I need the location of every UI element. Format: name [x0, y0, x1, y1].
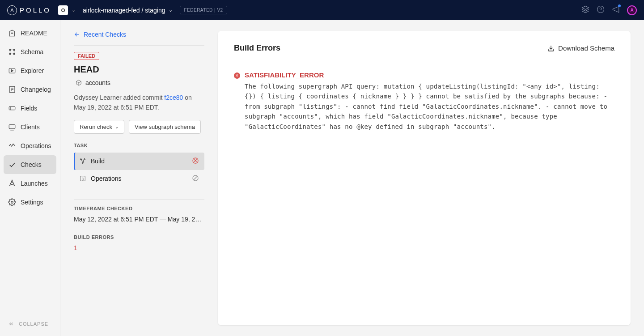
sidebar-item-label: Clients — [21, 123, 40, 131]
graph-name-text: airlock-managed-fed / staging — [83, 7, 165, 14]
timeframe-label: TIMEFRAME CHECKED — [74, 206, 204, 211]
sidebar-item-fields[interactable]: Fields — [4, 99, 56, 118]
error-type: SATISFIABILITY_ERROR — [245, 71, 614, 79]
build-errors-count: 1 — [74, 244, 204, 251]
sidebar-item-launches[interactable]: Launches — [4, 174, 56, 193]
check-detail-panel: Recent Checks FAILED HEAD accounts Odyss… — [74, 31, 204, 325]
task-status-fail-icon — [192, 157, 199, 166]
avatar[interactable]: A — [627, 5, 637, 15]
sidebar-item-label: Fields — [21, 105, 37, 112]
sidebar-item-label: Explorer — [21, 67, 44, 74]
svg-marker-8 — [12, 70, 13, 72]
svg-point-6 — [13, 53, 15, 55]
back-link-text: Recent Checks — [84, 31, 126, 38]
task-label: Operations — [91, 175, 121, 182]
svg-point-17 — [11, 201, 13, 204]
help-icon[interactable] — [597, 5, 605, 15]
task-label: Build — [91, 157, 105, 165]
svg-line-29 — [194, 176, 197, 180]
svg-point-1 — [597, 6, 604, 13]
arrow-left-icon — [74, 31, 80, 38]
view-schema-label: View subgraph schema — [135, 123, 195, 130]
task-operations[interactable]: {} Operations — [74, 170, 204, 187]
view-subgraph-schema-button[interactable]: View subgraph schema — [129, 120, 201, 134]
back-link[interactable]: Recent Checks — [74, 31, 126, 38]
sidebar-item-readme[interactable]: README — [4, 24, 56, 43]
sidebar-item-label: Launches — [21, 180, 48, 187]
sidebar-item-label: Changelog — [21, 86, 51, 93]
chevron-down-icon: ⌄ — [115, 124, 119, 129]
error-item: ✕ SATISFIABILITY_ERROR The following sup… — [234, 71, 614, 132]
announcements-icon[interactable] — [612, 5, 620, 15]
operations-icon — [8, 142, 16, 150]
sidebar-item-label: Settings — [21, 199, 43, 206]
task-section-label: TASK — [74, 143, 204, 148]
download-schema-button[interactable]: Download Schema — [547, 44, 614, 52]
commit-hash-link[interactable]: f2ce80 — [164, 94, 183, 101]
divider — [74, 45, 204, 46]
commit-description: Odyssey Learner added commit f2ce80 on M… — [74, 93, 204, 113]
chevron-down-icon: ⌄ — [72, 7, 76, 13]
check-title: HEAD — [74, 64, 204, 75]
org-selector[interactable]: O ⌄ — [58, 5, 76, 15]
divider — [74, 199, 204, 200]
logo-text: POLLO — [20, 6, 51, 14]
divider — [234, 62, 614, 62]
explorer-icon — [8, 67, 16, 75]
sidebar-item-label: Checks — [21, 161, 42, 168]
sidebar-item-checks[interactable]: Checks — [4, 155, 56, 174]
svg-point-4 — [13, 49, 15, 51]
subgraph-name: accounts — [85, 79, 110, 86]
layers-icon[interactable] — [581, 5, 589, 15]
rerun-check-button[interactable]: Rerun check ⌄ — [74, 120, 124, 134]
graph-selector[interactable]: airlock-managed-fed / staging ⌄ — [83, 7, 173, 14]
build-errors-panel: Build Errors Download Schema ✕ SATISFIAB… — [218, 31, 631, 325]
checks-icon — [8, 161, 16, 169]
sidebar-item-explorer[interactable]: Explorer — [4, 61, 56, 80]
schema-icon — [8, 48, 16, 56]
sidebar-item-changelog[interactable]: Changelog — [4, 80, 56, 99]
sidebar-item-label: Operations — [21, 142, 51, 149]
sidebar-item-settings[interactable]: Settings — [4, 193, 56, 212]
svg-rect-15 — [9, 125, 15, 129]
status-badge: FAILED — [74, 52, 99, 60]
svg-rect-7 — [9, 68, 15, 73]
clients-icon — [8, 123, 16, 131]
header-right: A — [581, 5, 637, 15]
task-status-skip-icon — [192, 174, 199, 183]
fields-icon — [8, 104, 16, 112]
svg-point-5 — [9, 53, 11, 55]
sidebar-item-operations[interactable]: Operations — [4, 136, 56, 155]
federation-badge: FEDERATED | V2 — [180, 6, 227, 14]
launches-icon — [8, 179, 16, 187]
sidebar-item-clients[interactable]: Clients — [4, 118, 56, 136]
rerun-check-label: Rerun check — [80, 123, 112, 130]
readme-icon — [8, 29, 16, 37]
top-header: A POLLO O ⌄ airlock-managed-fed / stagin… — [0, 0, 644, 20]
svg-point-22 — [82, 162, 84, 164]
error-message: The following supergraph API query: muta… — [245, 81, 614, 132]
collapse-sidebar[interactable]: COLLAPSE — [4, 315, 56, 332]
sidebar: README Schema Explorer Changelog Fields … — [0, 20, 60, 336]
commit-prefix: Odyssey Learner added commit — [74, 94, 164, 101]
download-label: Download Schema — [558, 44, 614, 52]
svg-rect-13 — [9, 106, 15, 110]
chevron-down-icon: ⌄ — [169, 7, 173, 13]
svg-point-3 — [9, 49, 11, 51]
org-badge: O — [58, 5, 68, 15]
sidebar-item-schema[interactable]: Schema — [4, 43, 56, 61]
changelog-icon — [8, 85, 16, 94]
timeframe-text: May 12, 2022 at 6:51 PM EDT — May 19, 20… — [74, 216, 204, 223]
download-icon — [547, 45, 555, 52]
error-icon: ✕ — [234, 72, 240, 79]
build-errors-label: BUILD ERRORS — [74, 234, 204, 240]
task-build[interactable]: Build — [74, 153, 204, 170]
subgraph-line: accounts — [76, 79, 204, 86]
collapse-icon — [8, 321, 14, 327]
collapse-label: COLLAPSE — [19, 321, 48, 327]
logo[interactable]: A POLLO — [7, 5, 51, 15]
sidebar-item-label: README — [21, 30, 47, 37]
cube-icon — [76, 80, 82, 86]
panel-title: Build Errors — [234, 43, 280, 53]
svg-text:{}: {} — [82, 177, 84, 181]
